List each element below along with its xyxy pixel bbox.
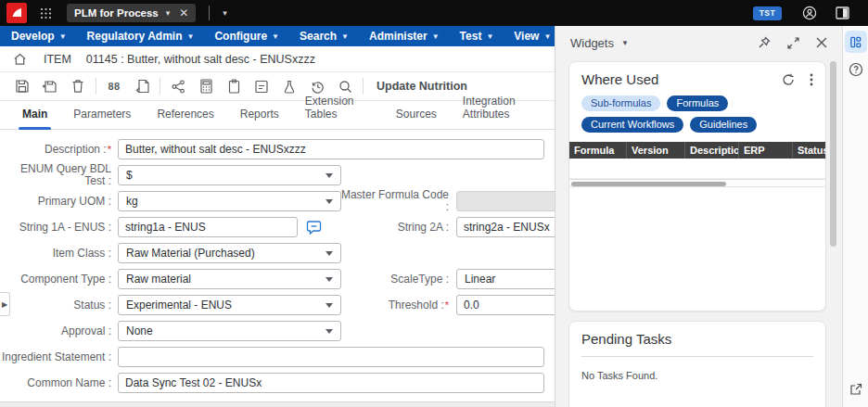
threshold-input[interactable] [456,295,555,315]
new-tab-chevron-icon[interactable]: ▾ [223,8,227,18]
string-1a-enus-label: String 1A - ENUS : [0,222,111,234]
refresh-icon[interactable] [782,73,795,86]
chevron-down-icon: ▼ [341,32,349,41]
search-icon[interactable] [331,80,359,94]
approval-select[interactable]: None [118,321,341,341]
calculator-icon[interactable] [192,79,220,94]
expand-icon[interactable] [787,37,799,49]
chevron-down-icon [326,199,333,204]
table-horizontal-scrollbar[interactable] [569,179,826,187]
chevron-down-icon [326,251,333,256]
filter-guidelines[interactable]: Guidelines [690,117,757,133]
item-title: 01145 : Butter, without salt desc - ENUS… [86,53,315,66]
enum-query-bdl-test-label: ENUM Query BDL Test : [0,163,111,187]
ingredient-statement-input[interactable] [118,347,544,367]
save-as-icon[interactable] [36,79,64,94]
col-status[interactable]: Status [793,142,826,159]
where-used-title: Where Used [581,71,658,87]
chevron-down-icon: ▼ [187,32,195,41]
primary-uom-label: Primary UOM : [0,196,111,208]
clipboard-icon[interactable] [220,79,248,94]
tab-parameters[interactable]: Parameters [60,108,144,129]
tab-main[interactable]: Main [9,108,60,129]
breadcrumb: ITEM 01145 : Butter, without salt desc -… [0,46,555,72]
pin-icon[interactable] [758,36,771,49]
item-class-select[interactable]: Raw Material (Purchased) [118,243,341,263]
menu-test[interactable]: Test▼ [450,26,504,46]
description-input[interactable] [118,139,544,159]
menu-view[interactable]: View▼ [504,26,561,46]
col-description[interactable]: Description [685,142,739,159]
menu-regulatory-admin[interactable]: Regulatory Admin▼ [77,26,205,46]
left-panel-expand-icon[interactable]: ▶ [0,292,10,316]
chevron-down-icon[interactable]: ▾ [166,8,171,18]
filter-current-workflows[interactable]: Current Workflows [581,117,683,133]
tab-extension-tables[interactable]: Extension Tables [292,95,383,129]
tab-strip: Main Parameters References Reports Exten… [0,101,555,130]
approval-label: Approval : [0,325,111,337]
kebab-menu-icon[interactable] [810,73,813,86]
menu-develop[interactable]: Develop▼ [0,26,77,46]
filter-sub-formulas[interactable]: Sub-formulas [581,95,660,111]
form-icon[interactable] [248,80,275,94]
scale-type-select[interactable]: Linear [456,269,555,289]
topbar: PLM for Process ▾ ✕ ▾ TST [0,0,868,26]
side-panel-icon[interactable] [836,6,849,19]
primary-uom-select[interactable]: kg [118,191,341,211]
close-icon[interactable] [816,37,827,48]
widgets-toggle-button[interactable] [845,31,867,53]
divider [209,6,210,20]
flask-icon[interactable] [275,80,303,94]
common-name-input[interactable] [118,373,544,393]
item-class-label: Item Class : [0,248,111,260]
environment-badge[interactable]: TST [753,6,782,20]
widgets-title[interactable]: Widgets [570,36,614,50]
share-icon[interactable] [164,80,192,94]
horizontal-scrollbar[interactable] [0,401,555,407]
col-version[interactable]: Version [627,142,685,159]
chevron-down-icon[interactable]: ▼ [621,39,629,47]
app-tab[interactable]: PLM for Process ▾ ✕ [67,4,196,22]
menu-configure[interactable]: Configure▼ [204,26,289,46]
app-grid-icon[interactable] [40,7,52,19]
widgets-vertical-scrollbar[interactable] [830,61,836,247]
where-used-filters: Sub-formulas Formulas Current Workflows … [581,95,813,133]
menu-administer[interactable]: Administer▼ [359,26,450,46]
duplicate-icon[interactable] [128,79,156,94]
help-icon[interactable] [849,62,863,77]
col-formula[interactable]: Formula [569,142,627,159]
enum-query-bdl-test-select[interactable]: $ [118,165,341,185]
close-tab-icon[interactable]: ✕ [179,6,188,19]
widgets-panel: Widgets ▼ Where Used [555,26,842,407]
component-type-label: Component Type : [0,273,111,286]
user-avatar-icon[interactable] [802,6,817,20]
history-icon[interactable] [303,80,331,94]
col-erp[interactable]: ERP [739,142,793,159]
delete-icon[interactable] [64,79,92,94]
filter-formulas[interactable]: Formulas [667,95,728,111]
status-select[interactable]: Experimental - ENUS [118,295,341,315]
component-type-select[interactable]: Raw material [118,269,341,289]
pending-tasks-empty-message: No Tasks Found. [569,357,825,394]
scale-type-label: ScaleType : [339,273,449,286]
status-label: Status : [0,299,111,312]
string-2a-input[interactable] [456,217,555,237]
tab-integration-attributes[interactable]: Integration Attributes [450,95,555,129]
string-1a-enus-input[interactable] [118,217,298,237]
tab-references[interactable]: References [144,108,226,129]
divider [363,78,364,95]
comment-icon[interactable] [306,221,322,235]
tab-reports[interactable]: Reports [227,108,292,129]
save-icon[interactable] [8,79,36,94]
external-link-icon[interactable] [849,383,862,396]
tab-sources[interactable]: Sources [383,108,450,129]
home-icon[interactable] [13,53,27,66]
menu-search[interactable]: Search▼ [289,26,359,46]
update-nutrition-button[interactable]: Update Nutrition [377,80,467,93]
scrollbar-thumb[interactable] [571,182,726,186]
chevron-down-icon: ▼ [272,32,279,41]
chevron-down-icon: ▼ [432,32,440,41]
app-tab-label: PLM for Process [74,7,159,19]
brand-logo-icon[interactable] [6,3,27,23]
glasses-88-icon[interactable]: 88 [100,81,128,92]
